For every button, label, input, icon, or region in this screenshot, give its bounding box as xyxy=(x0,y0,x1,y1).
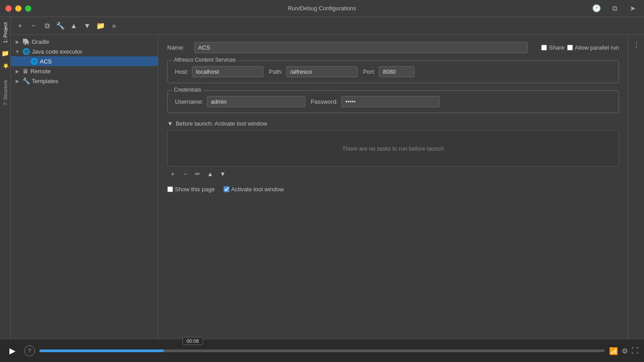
clock-icon[interactable]: 🕐 xyxy=(590,2,603,15)
launch-move-down-button[interactable]: ▼ xyxy=(217,169,228,179)
sidebar-item-structure[interactable]: 7: Structure xyxy=(1,75,10,111)
tree-panel: ▶ 🐘 Gradle ▼ 🌐 Java code executor 🌐 ACS xyxy=(11,35,158,340)
username-label: Username: xyxy=(175,98,203,105)
before-launch-body: There are no tasks to run before launch xyxy=(167,130,619,166)
acs-icon: 🌐 xyxy=(30,58,38,65)
progress-bar[interactable] xyxy=(39,349,605,352)
remote-icon: 🖥 xyxy=(22,67,29,75)
alfresco-form-grid: Host: Path: Port: xyxy=(175,66,611,77)
dialog-area: + − ⧉ 🔧 ▲ ▼ 📁 » ▶ 🐘 Gradle ▼ xyxy=(11,17,644,340)
folder-button[interactable]: 📁 xyxy=(95,20,106,32)
acs-label: ACS xyxy=(40,58,154,65)
sidebar-item-favorites[interactable]: ⭐ xyxy=(0,58,10,75)
content-area: ▶ 🐘 Gradle ▼ 🌐 Java code executor 🌐 ACS xyxy=(11,35,644,340)
send-icon[interactable]: ➤ xyxy=(626,2,639,15)
password-label: Password: xyxy=(311,98,338,105)
right-sidebar-icon-1[interactable]: ⋮ xyxy=(630,38,643,51)
expand-arrow-java: ▼ xyxy=(14,49,21,54)
port-label: Port: xyxy=(363,68,375,75)
progress-fill xyxy=(39,349,164,352)
add-button[interactable]: + xyxy=(14,20,26,32)
wrench-button[interactable]: 🔧 xyxy=(55,20,66,32)
expand-arrow-templates: ▶ xyxy=(14,79,21,84)
fullscreen-icon[interactable]: ⛶ xyxy=(631,347,639,355)
share-label: Share xyxy=(549,44,564,51)
host-label: Host: xyxy=(175,68,188,75)
password-field: Password: xyxy=(311,96,440,107)
remote-label: Remote xyxy=(30,68,154,75)
tree-item-gradle[interactable]: ▶ 🐘 Gradle xyxy=(11,37,158,46)
alfresco-section-title: Alfresco Content Services xyxy=(172,57,237,63)
show-page-label: Show this page xyxy=(175,186,215,193)
name-row: Name: Share Allow parallel run xyxy=(167,42,619,53)
name-input[interactable] xyxy=(194,42,528,53)
gradle-icon: 🐘 xyxy=(22,38,30,45)
allow-parallel-checkbox[interactable] xyxy=(567,45,573,51)
copy-button[interactable]: ⧉ xyxy=(41,20,53,32)
folder-icon[interactable]: 📁 xyxy=(0,48,10,58)
share-checkbox[interactable] xyxy=(541,45,547,51)
play-button[interactable]: ▶ xyxy=(5,344,20,358)
remove-button[interactable]: − xyxy=(28,20,39,32)
credentials-title: Credentials xyxy=(172,87,203,93)
share-checkbox-label[interactable]: Share xyxy=(541,44,564,51)
allow-parallel-label: Allow parallel run xyxy=(575,44,619,51)
progress-wrapper: 00:08 xyxy=(39,349,605,352)
traffic-lights[interactable] xyxy=(5,5,31,12)
allow-parallel-checkbox-label[interactable]: Allow parallel run xyxy=(567,44,619,51)
left-sidebar: 1: Project 📁 ⭐ 7: Structure xyxy=(0,17,11,340)
credentials-section: Credentials Username: Password: xyxy=(167,90,619,113)
password-input[interactable] xyxy=(341,96,440,107)
launch-move-up-button[interactable]: ▲ xyxy=(205,169,216,179)
tree-item-remote[interactable]: ▶ 🖥 Remote xyxy=(11,66,158,76)
alfresco-section: Alfresco Content Services Host: Path: Po… xyxy=(167,60,619,83)
move-up-button[interactable]: ▲ xyxy=(68,20,80,32)
templates-label: Templates xyxy=(32,78,154,84)
expand-arrow-gradle: ▶ xyxy=(14,39,21,44)
path-label: Path: xyxy=(269,68,282,75)
port-field: Port: xyxy=(363,66,415,77)
before-launch-section: ▼ Before launch: Activate tool window Th… xyxy=(167,120,619,179)
sidebar-item-project[interactable]: 1: Project xyxy=(1,17,10,48)
host-field: Host: xyxy=(175,66,263,77)
show-page-checkbox-label[interactable]: Show this page xyxy=(167,186,215,193)
settings-icon[interactable]: ⚙ xyxy=(622,347,628,355)
username-input[interactable] xyxy=(207,96,305,107)
share-area: Share Allow parallel run xyxy=(541,44,619,51)
help-button[interactable]: ? xyxy=(24,345,35,356)
tree-item-templates[interactable]: ▶ 🔧 Templates xyxy=(11,76,158,86)
activate-window-label: Activate tool window xyxy=(231,186,284,193)
username-field: Username: xyxy=(175,96,305,107)
layers-icon[interactable]: ⧉ xyxy=(608,2,621,15)
signal-icon: 📶 xyxy=(609,347,618,355)
time-tooltip: 00:08 xyxy=(182,337,203,345)
title-bar-icons: 🕐 ⧉ ➤ xyxy=(590,2,639,15)
collapse-arrow-icon: ▼ xyxy=(167,120,173,127)
credentials-form-grid: Username: Password: xyxy=(175,96,611,107)
before-launch-header[interactable]: ▼ Before launch: Activate tool window xyxy=(167,120,619,127)
title-bar: Run/Debug Configurations 🕐 ⧉ ➤ xyxy=(0,0,644,17)
main-layout: 1: Project 📁 ⭐ 7: Structure + − ⧉ 🔧 ▲ ▼ … xyxy=(0,17,644,340)
port-input[interactable] xyxy=(379,66,415,77)
move-down-button[interactable]: ▼ xyxy=(81,20,93,32)
more-button[interactable]: » xyxy=(108,20,120,32)
maximize-button[interactable] xyxy=(25,5,31,12)
activate-window-checkbox-label[interactable]: Activate tool window xyxy=(224,186,284,193)
launch-edit-button[interactable]: ✏ xyxy=(192,169,203,179)
launch-remove-button[interactable]: − xyxy=(180,169,191,179)
close-button[interactable] xyxy=(5,5,12,12)
launch-add-button[interactable]: + xyxy=(167,169,178,179)
java-executor-label: Java code executor xyxy=(32,48,154,55)
path-input[interactable] xyxy=(286,66,358,77)
activate-window-checkbox[interactable] xyxy=(224,186,229,192)
templates-icon: 🔧 xyxy=(22,77,30,84)
expand-arrow-remote: ▶ xyxy=(14,69,21,74)
window-title: Run/Debug Configurations xyxy=(288,5,356,12)
tree-item-java-executor[interactable]: ▼ 🌐 Java code executor xyxy=(11,46,158,56)
host-input[interactable] xyxy=(192,66,263,77)
minimize-button[interactable] xyxy=(15,5,21,12)
show-page-checkbox[interactable] xyxy=(167,186,173,192)
gradle-label: Gradle xyxy=(32,38,154,45)
java-icon: 🌐 xyxy=(22,48,30,55)
tree-item-acs[interactable]: 🌐 ACS xyxy=(11,56,158,66)
